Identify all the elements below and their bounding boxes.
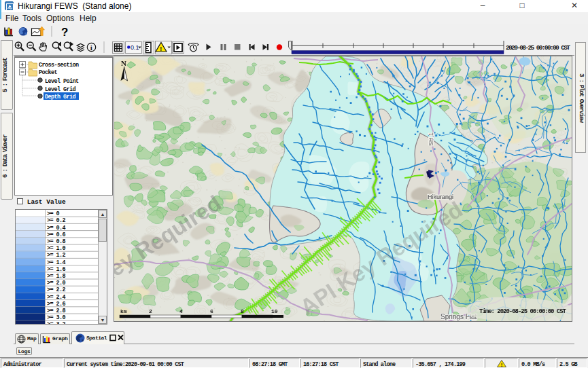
svg-text:>= 2.4: >= 2.4 [47,294,66,301]
svg-text:10: 10 [271,308,278,314]
svg-text:8: 8 [241,308,244,314]
svg-text:SH 1: SH 1 [428,132,434,146]
svg-text:!: ! [501,362,502,368]
svg-text:Pocket: Pocket [39,69,58,76]
svg-text:>= 0.8: >= 0.8 [47,238,66,245]
svg-text:6: 6 [210,308,213,314]
svg-text:>= 2.8: >= 2.8 [47,308,66,314]
svg-text:Level Point: Level Point [45,78,79,85]
svg-text:>= 2.0: >= 2.0 [47,280,66,287]
svg-text:?: ? [61,26,68,39]
svg-text:2020-08-25 00:00:00 CST: 2020-08-25 00:00:00 CST [506,44,570,52]
svg-text:>= 0.6: >= 0.6 [47,232,66,238]
svg-text:>= 2.2: >= 2.2 [47,287,66,293]
svg-text:>= 1.8: >= 1.8 [47,273,66,280]
svg-text:4: 4 [179,308,183,314]
svg-text:>= 2.6: >= 2.6 [47,301,66,308]
svg-text:km: km [120,308,127,314]
svg-text:!: ! [160,45,162,52]
svg-text:Level Grid: Level Grid [45,86,76,93]
svg-text:0.1: 0.1 [131,44,139,51]
svg-text:i: i [90,43,92,52]
svg-text:Cross-section: Cross-section [39,62,79,69]
svg-text:>= 3.2: >= 3.2 [47,321,66,324]
svg-text:>= 3.0: >= 3.0 [47,314,66,321]
svg-text:>= 0: >= 0 [47,210,60,217]
svg-text:N: N [121,59,126,67]
svg-text:2: 2 [149,308,152,314]
svg-text:>= 1.0: >= 1.0 [47,245,66,252]
svg-text:>= 0.2: >= 0.2 [47,217,66,224]
svg-text:>= 0.4: >= 0.4 [47,225,66,232]
svg-text:>= 1.4: >= 1.4 [47,259,66,266]
svg-text:Depth Grid: Depth Grid [45,94,76,100]
svg-text:>= 1.6: >= 1.6 [47,266,66,273]
svg-text:>= 1.2: >= 1.2 [47,252,66,259]
svg-text:Time: 2020-08-25 00:00:00 CST: Time: 2020-08-25 00:00:00 CST [479,308,567,315]
